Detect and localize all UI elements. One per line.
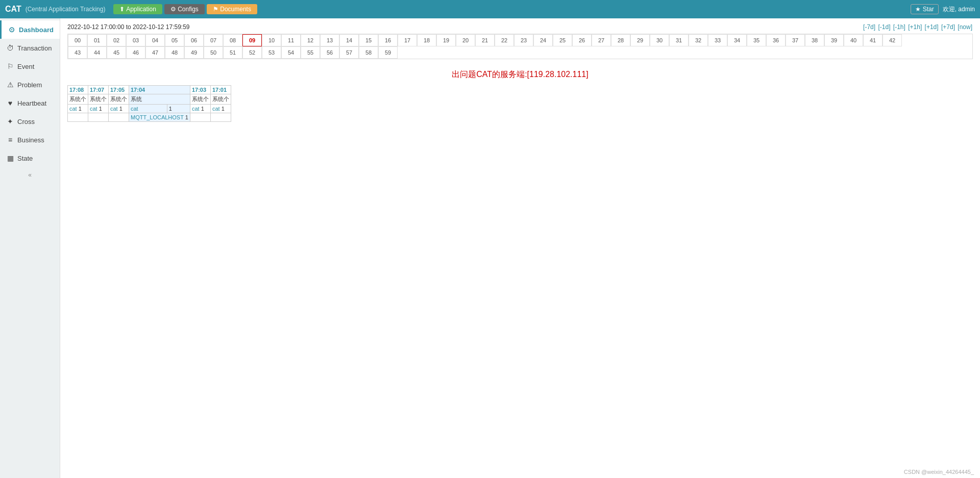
hour-30[interactable]: 30 xyxy=(650,34,669,46)
hour-08[interactable]: 08 xyxy=(223,34,242,46)
hour-47[interactable]: 47 xyxy=(145,46,165,59)
configs-button[interactable]: ⚙ Configs xyxy=(164,4,205,14)
hour-48[interactable]: 48 xyxy=(165,46,184,59)
hour-22[interactable]: 22 xyxy=(495,34,514,46)
hour-41[interactable]: 41 xyxy=(863,34,883,46)
cat-link-2[interactable]: cat xyxy=(90,106,97,112)
hour-28[interactable]: 28 xyxy=(611,34,630,46)
hour-53[interactable]: 53 xyxy=(262,46,281,59)
hour-25[interactable]: 25 xyxy=(553,34,572,46)
sidebar-toggle[interactable]: « xyxy=(0,167,60,183)
sidebar-item-state[interactable]: ▦ State xyxy=(0,149,60,167)
hour-38[interactable]: 38 xyxy=(805,34,824,46)
timeline-time-row: 17:08 17:07 17:05 17:04 17:03 17:01 xyxy=(68,86,231,94)
documents-button[interactable]: ⚑ Documents xyxy=(207,4,257,14)
hour-50[interactable]: 50 xyxy=(204,46,223,59)
hour-09[interactable]: 09 xyxy=(242,34,262,46)
hour-56[interactable]: 56 xyxy=(320,46,339,59)
hour-21[interactable]: 21 xyxy=(475,34,495,46)
mqtt-link[interactable]: MQTT_LOCALHOST xyxy=(131,114,184,120)
hour-44[interactable]: 44 xyxy=(87,46,107,59)
hour-02[interactable]: 02 xyxy=(107,34,126,46)
hour-43[interactable]: 43 xyxy=(68,46,87,59)
sidebar-item-heartbeat[interactable]: ♥ Heartbeat xyxy=(0,94,60,112)
time-link-plus1d[interactable]: [+1d] xyxy=(925,23,939,31)
count-3: 1 xyxy=(119,106,122,112)
hour-grid: 00 01 02 03 04 05 06 07 08 09 10 11 12 1… xyxy=(67,34,973,59)
hour-17[interactable]: 17 xyxy=(398,34,417,46)
app-title: CAT xyxy=(5,5,21,14)
hour-20[interactable]: 20 xyxy=(456,34,475,46)
hour-15[interactable]: 15 xyxy=(359,34,378,46)
problem-icon: ⚠ xyxy=(6,81,14,89)
hour-45[interactable]: 45 xyxy=(107,46,126,59)
hour-18[interactable]: 18 xyxy=(417,34,436,46)
hour-26[interactable]: 26 xyxy=(572,34,592,46)
time-link-plus7d[interactable]: [+7d] xyxy=(941,23,955,31)
hour-40[interactable]: 40 xyxy=(844,34,863,46)
hour-33[interactable]: 33 xyxy=(708,34,727,46)
hour-10[interactable]: 10 xyxy=(262,34,281,46)
hour-39[interactable]: 39 xyxy=(824,34,844,46)
cat-link-5[interactable]: cat xyxy=(192,106,200,112)
cat-cell-5: cat 1 xyxy=(190,105,210,113)
hour-23[interactable]: 23 xyxy=(514,34,533,46)
hour-46[interactable]: 46 xyxy=(126,46,145,59)
hour-12[interactable]: 12 xyxy=(301,34,320,46)
hour-32[interactable]: 32 xyxy=(689,34,708,46)
hour-37[interactable]: 37 xyxy=(786,34,805,46)
hour-51[interactable]: 51 xyxy=(223,46,242,59)
hour-57[interactable]: 57 xyxy=(339,46,359,59)
cat-link-3[interactable]: cat xyxy=(110,106,118,112)
time-link-minus1h[interactable]: [-1h] xyxy=(893,23,905,31)
error-message: 出问题CAT的服务端:[119.28.102.111] xyxy=(67,69,973,80)
business-icon: ≡ xyxy=(6,136,14,144)
cat-link-1[interactable]: cat xyxy=(69,106,77,112)
hour-13[interactable]: 13 xyxy=(320,34,339,46)
application-button[interactable]: ⬆ Application xyxy=(113,4,162,14)
sidebar-item-dashboard[interactable]: ⊙ Dashboard xyxy=(0,20,60,39)
hour-59[interactable]: 59 xyxy=(378,46,398,59)
cat-link-4[interactable]: cat xyxy=(131,106,138,112)
hour-27[interactable]: 27 xyxy=(592,34,611,46)
hour-01[interactable]: 01 xyxy=(87,34,107,46)
hour-00[interactable]: 00 xyxy=(68,34,87,46)
app-subtitle: (Central Application Tracking) xyxy=(26,6,106,13)
hour-07[interactable]: 07 xyxy=(204,34,223,46)
hour-36[interactable]: 36 xyxy=(766,34,786,46)
hour-03[interactable]: 03 xyxy=(126,34,145,46)
time-link-now[interactable]: [now] xyxy=(958,23,972,31)
cat-cell-1: cat 1 xyxy=(68,105,88,113)
hour-54[interactable]: 54 xyxy=(281,46,301,59)
hour-14[interactable]: 14 xyxy=(339,34,359,46)
sidebar-item-cross[interactable]: ✦ Cross xyxy=(0,112,60,131)
sidebar-item-problem[interactable]: ⚠ Problem xyxy=(0,76,60,94)
star-button[interactable]: ★ Star xyxy=(911,4,938,14)
hour-34[interactable]: 34 xyxy=(727,34,747,46)
hour-58[interactable]: 58 xyxy=(359,46,378,59)
cat-link-6[interactable]: cat xyxy=(212,106,220,112)
hour-04[interactable]: 04 xyxy=(145,34,165,46)
sidebar-label-transaction: Transaction xyxy=(17,44,52,52)
time-link-plus1h[interactable]: [+1h] xyxy=(908,23,922,31)
hour-19[interactable]: 19 xyxy=(436,34,456,46)
time-link-minus1d[interactable]: [-1d] xyxy=(878,23,890,31)
hour-55[interactable]: 55 xyxy=(301,46,320,59)
hour-52[interactable]: 52 xyxy=(242,46,262,59)
hour-11[interactable]: 11 xyxy=(281,34,301,46)
hour-49[interactable]: 49 xyxy=(184,46,204,59)
hour-06[interactable]: 06 xyxy=(184,34,204,46)
hour-31[interactable]: 31 xyxy=(669,34,689,46)
time-link-minus7d[interactable]: [-7d] xyxy=(863,23,875,31)
sidebar-item-transaction[interactable]: ⏱ Transaction xyxy=(0,39,60,57)
hour-24[interactable]: 24 xyxy=(533,34,553,46)
hour-29[interactable]: 29 xyxy=(630,34,650,46)
hour-05[interactable]: 05 xyxy=(165,34,184,46)
sidebar-label-heartbeat: Heartbeat xyxy=(17,99,46,107)
count-2: 1 xyxy=(99,106,102,112)
hour-16[interactable]: 16 xyxy=(378,34,398,46)
sidebar-item-event[interactable]: ⚐ Event xyxy=(0,57,60,76)
sidebar-item-business[interactable]: ≡ Business xyxy=(0,131,60,149)
hour-42[interactable]: 42 xyxy=(883,34,902,46)
hour-35[interactable]: 35 xyxy=(747,34,766,46)
